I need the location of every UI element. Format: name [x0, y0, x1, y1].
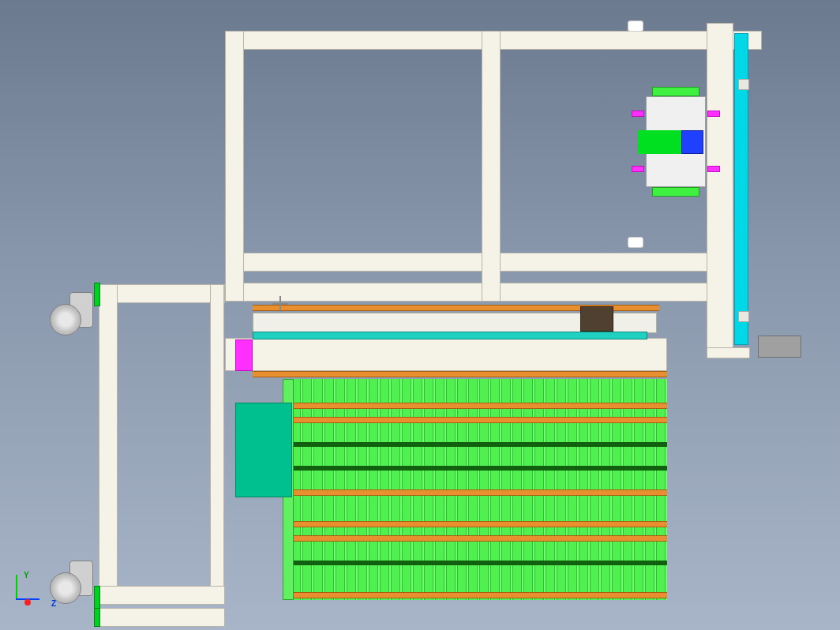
- gantry-post-mid: [482, 31, 501, 302]
- cad-viewport[interactable]: Y Z: [0, 0, 840, 630]
- magenta-connector: [707, 111, 720, 117]
- sensor-marker: [628, 237, 643, 248]
- support-bracket: [707, 347, 750, 358]
- orange-rail: [292, 592, 667, 598]
- bearing-block: [738, 79, 749, 90]
- gantry-top-beam: [225, 31, 722, 50]
- rack-groove: [292, 442, 667, 447]
- tool-green-block: [638, 130, 685, 154]
- gantry-mid-beam: [225, 253, 722, 272]
- cart-post-left: [99, 284, 118, 604]
- blue-mount: [681, 130, 703, 154]
- axis-z-label: Z: [51, 599, 56, 608]
- coordinate-axis-icon: Y Z: [16, 575, 55, 614]
- gantry-bottom-beam: [225, 283, 722, 302]
- orange-rail: [292, 489, 667, 496]
- magenta-connector: [632, 111, 644, 117]
- origin-marker-icon: [272, 296, 288, 312]
- orange-rail: [292, 521, 667, 527]
- green-end-plate: [94, 283, 100, 306]
- cart-bottom-beam2: [99, 608, 225, 627]
- caster-wheel: [46, 292, 93, 339]
- bearing-block: [738, 311, 749, 322]
- cart-top-beam: [99, 284, 225, 303]
- drive-cylinder: [235, 403, 292, 497]
- axis-y-label: Y: [24, 571, 29, 579]
- lower-main-beam: [225, 338, 667, 371]
- green-end-plate: [94, 586, 100, 609]
- tool-head-assembly: [638, 87, 717, 197]
- gantry-post-left: [225, 31, 244, 302]
- stepper-motor: [580, 306, 613, 332]
- cart-post-right: [210, 284, 224, 604]
- sensor-marker: [628, 21, 643, 32]
- rack-groove: [292, 561, 667, 565]
- orange-rail: [292, 417, 667, 423]
- rack-groove: [292, 466, 667, 471]
- linear-rail-teal: [253, 332, 647, 339]
- green-end-plate: [94, 608, 100, 627]
- orange-rail: [253, 371, 667, 377]
- magenta-connector: [707, 166, 720, 172]
- magenta-end-block: [235, 339, 253, 371]
- gray-bracket: [758, 336, 801, 358]
- orange-rail: [292, 403, 667, 409]
- magenta-connector: [632, 166, 644, 172]
- orange-rail: [292, 535, 667, 542]
- cart-bottom-beam: [99, 586, 225, 605]
